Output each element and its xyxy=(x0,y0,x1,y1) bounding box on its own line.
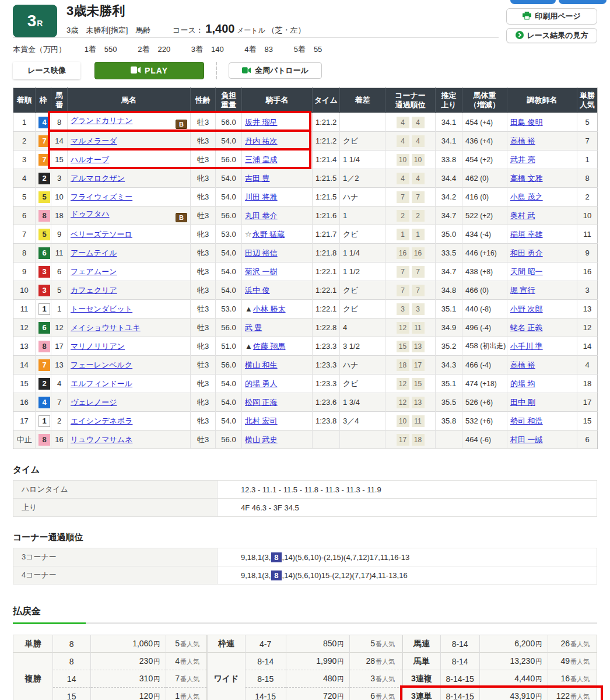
payout-amount: 6,200円 xyxy=(479,635,548,653)
body-weight-diff: (-4) xyxy=(480,361,491,369)
horse-number-cell: 14 xyxy=(51,132,68,150)
top-cutoff-button-1[interactable] xyxy=(510,0,556,4)
horse-name-link[interactable]: アルマロクザン xyxy=(71,174,125,183)
trainer-link[interactable]: 勢司 和浩 xyxy=(510,416,543,425)
time-table: ハロンタイム 12.3 - 11.1 - 11.5 - 11.8 - 11.3 … xyxy=(13,480,597,517)
horse-number-cell: 16 xyxy=(51,430,68,449)
trainer-link[interactable]: 村田 一誠 xyxy=(510,435,543,444)
jockey-link[interactable]: 三浦 皇成 xyxy=(245,155,278,164)
top-cutoff-button-2[interactable] xyxy=(559,0,607,4)
trainer-link[interactable]: 田島 俊明 xyxy=(510,118,543,127)
jockey-cell: 吉田 豊 xyxy=(242,169,313,188)
trainer-link[interactable]: 小手川 準 xyxy=(510,342,543,351)
horse-name-cell: Bグランドカリナン xyxy=(68,113,191,132)
result-guide-label: レース結果の見方 xyxy=(527,30,588,41)
horse-name-link[interactable]: フェアムーン xyxy=(71,267,117,276)
horse-name-link[interactable]: ベリーズテソーロ xyxy=(71,230,132,239)
horse-name-cell: カフェクリア xyxy=(68,281,191,300)
play-button[interactable]: PLAY xyxy=(94,62,204,79)
jockey-link[interactable]: 田辺 裕信 xyxy=(245,249,278,257)
sex-age-cell: 牝3 xyxy=(191,188,216,206)
result-row: 148Bグランドカリナン牡356.0坂井 瑠星1:21.24434.1454 (… xyxy=(13,113,598,132)
horse-name-link[interactable]: リュウノマサムネ xyxy=(71,435,132,444)
last3f-cell: 34.4 xyxy=(436,169,462,188)
margin-cell: クビ xyxy=(340,300,385,318)
horse-name-link[interactable]: エイシンデネボラ xyxy=(71,416,132,425)
bracket-badge: 3 xyxy=(38,285,50,296)
margin-cell: 3 1/2 xyxy=(340,337,385,356)
trainer-link[interactable]: 和田 勇介 xyxy=(510,249,543,257)
payout-amount: 13,230円 xyxy=(479,653,548,670)
rank-cell: 6 xyxy=(13,206,36,225)
time-cell: 1:22.1 xyxy=(313,300,340,318)
horse-name-link[interactable]: ヴェレノージ xyxy=(71,398,117,407)
jockey-link[interactable]: 武 豊 xyxy=(245,323,262,332)
bracket-cell: 1 xyxy=(36,412,51,430)
payout-selection: 8-14 xyxy=(440,635,479,653)
horse-name-link[interactable]: マリノリリアン xyxy=(71,342,125,351)
bracket-badge: 4 xyxy=(38,397,50,408)
body-weight-diff: (-4) xyxy=(480,324,491,332)
horse-name-link[interactable]: ドゥフタハ xyxy=(71,209,110,218)
trainer-link[interactable]: 小野 次郎 xyxy=(510,304,543,313)
trainer-link[interactable]: 稲垣 幸雄 xyxy=(510,230,543,239)
body-weight-diff: (-4) xyxy=(480,230,491,239)
prize-label: 本賞金（万円） xyxy=(13,45,66,54)
patrol-video-button[interactable]: 全周パトロール xyxy=(229,62,322,79)
trainer-link[interactable]: 武井 亮 xyxy=(510,155,535,164)
corner-position: 17 xyxy=(412,359,425,371)
corner-order-cell: 77 xyxy=(385,281,436,300)
jockey-link[interactable]: 横山 和生 xyxy=(245,360,278,369)
jockey-link[interactable]: 菊沢 一樹 xyxy=(245,267,278,276)
jockey-link[interactable]: 丹内 祐次 xyxy=(245,136,278,145)
horse-name-link[interactable]: マルメラーダ xyxy=(71,136,117,145)
trainer-link[interactable]: 田中 剛 xyxy=(510,398,535,407)
payout-popularity: 26番人気 xyxy=(548,635,597,653)
horse-name-link[interactable]: アームテイル xyxy=(71,249,117,257)
trainer-link[interactable]: 高橋 文雅 xyxy=(510,174,543,183)
horse-number-cell: 3 xyxy=(51,169,68,188)
jockey-link[interactable]: 小林 勝太 xyxy=(253,304,286,313)
jockey-link[interactable]: 川田 将雅 xyxy=(245,192,278,201)
trainer-link[interactable]: 堀 宣行 xyxy=(510,286,535,295)
trainer-link[interactable]: 高橋 裕 xyxy=(510,136,535,145)
trainer-link[interactable]: 高橋 裕 xyxy=(510,360,535,369)
trainer-link[interactable]: 蛯名 正義 xyxy=(510,323,543,332)
trainer-cell: 武井 亮 xyxy=(507,150,577,169)
time-cell: 1:21.5 xyxy=(313,169,340,188)
trainer-link[interactable]: 奥村 武 xyxy=(510,211,535,220)
rank-cell: 11 xyxy=(13,300,36,318)
horse-name-link[interactable]: カフェクリア xyxy=(71,286,117,295)
popularity-cell: 12 xyxy=(577,318,598,337)
jockey-link[interactable]: 北村 宏司 xyxy=(245,416,278,425)
trainer-link[interactable]: 天間 昭一 xyxy=(510,267,543,276)
horse-name-link[interactable]: ハルオーブ xyxy=(71,155,109,164)
horse-name-link[interactable]: フェーレンベルク xyxy=(71,360,132,369)
horse-name-link[interactable]: グランドカリナン xyxy=(71,116,132,125)
trainer-link[interactable]: 的場 均 xyxy=(510,379,535,388)
horse-name-link[interactable]: フライウィズミー xyxy=(71,192,132,201)
horse-name-link[interactable]: トーセンダビット xyxy=(71,304,132,313)
time-cell: 1:23.3 xyxy=(313,374,340,393)
bracket-cell: 5 xyxy=(36,225,51,244)
jockey-link[interactable]: 永野 猛蔵 xyxy=(253,230,285,239)
result-guide-button[interactable]: レース結果の見方 xyxy=(506,28,597,43)
jockey-link[interactable]: 佐藤 翔馬 xyxy=(253,342,286,351)
jockey-link[interactable]: 浜中 俊 xyxy=(245,286,270,295)
jockey-link[interactable]: 松岡 正海 xyxy=(245,398,278,407)
jockey-link[interactable]: 的場 勇人 xyxy=(245,379,278,388)
sex-age-cell: 牡3 xyxy=(191,430,216,449)
trainer-link[interactable]: 小島 茂之 xyxy=(510,192,543,201)
jockey-link[interactable]: 横山 武史 xyxy=(245,435,278,444)
popularity-suffix: 番人気 xyxy=(570,676,590,682)
horse-name-link[interactable]: メイショウサトユキ xyxy=(71,323,141,332)
last3f-cell: 34.3 xyxy=(436,356,462,374)
horse-name-link[interactable]: エルフィンドール xyxy=(71,379,132,388)
popularity-suffix: 番人気 xyxy=(180,693,199,700)
jockey-link[interactable]: 坂井 瑠星 xyxy=(245,118,278,127)
jockey-link[interactable]: 丸田 恭介 xyxy=(245,211,278,220)
corner-order-cell: 11 xyxy=(385,225,436,244)
print-page-button[interactable]: 印刷用ページ xyxy=(506,8,597,24)
horse-number-cell: 2 xyxy=(51,412,68,430)
jockey-link[interactable]: 吉田 豊 xyxy=(245,174,270,183)
